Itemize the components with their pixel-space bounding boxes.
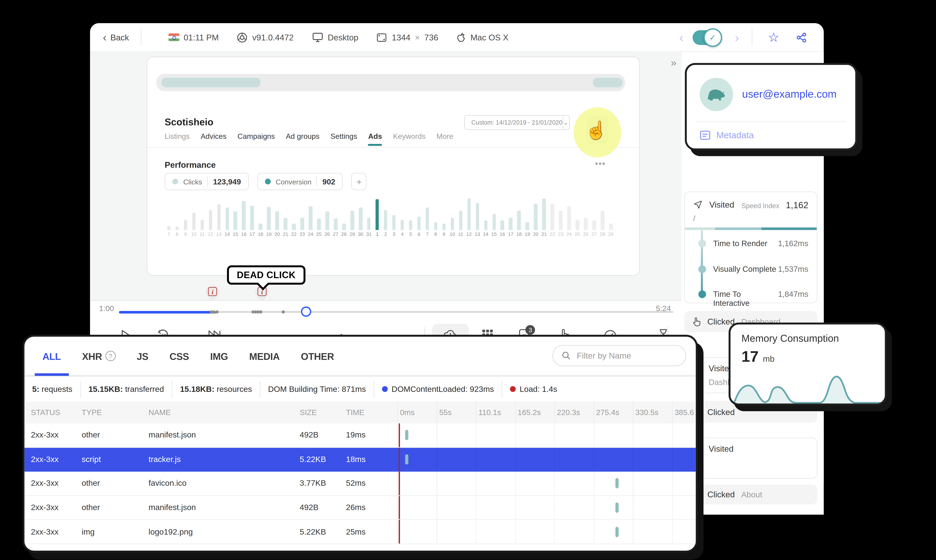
favorite-star-icon[interactable]: ☆ <box>768 31 780 44</box>
speed-index-label: Speed Index <box>742 202 780 209</box>
clicked-event-card[interactable]: ClickedAbout <box>684 485 817 504</box>
network-request-row[interactable]: 2xx-3xx other favicon.ico 3.77KB 52ms <box>25 472 696 496</box>
session-time: 01:11 PM <box>168 32 219 42</box>
site-tab-keywords[interactable]: Keywords <box>393 132 425 140</box>
more-options-icon[interactable]: ••• <box>595 158 606 168</box>
collapse-panel-icon[interactable]: » <box>671 57 677 69</box>
timeline-event-dot[interactable] <box>282 310 285 314</box>
share-icon[interactable] <box>796 32 807 43</box>
network-tab-all[interactable]: ALL <box>43 351 61 362</box>
site-tab-ad-groups[interactable]: Ad groups <box>286 132 319 140</box>
load-marker-line <box>399 448 400 471</box>
network-tab-js[interactable]: JS <box>137 351 148 362</box>
load-marker-line <box>399 496 400 519</box>
cell-status: 2xx-3xx <box>25 431 75 440</box>
metric-chip-clicks[interactable]: Clicks 123,949 <box>165 173 248 190</box>
speed-index-value: 1,162 <box>786 200 808 210</box>
waterfall-tick: 385.6 <box>674 408 694 417</box>
event-title: Clicked <box>708 490 735 499</box>
column-header-size[interactable]: SIZE <box>293 408 339 417</box>
chart-bar: 21 <box>540 190 548 237</box>
chart-bar: 13 <box>473 190 482 237</box>
site-tab-campaigns[interactable]: Campaigns <box>237 132 275 140</box>
visited-event-card[interactable]: Visited <box>684 437 817 478</box>
timeline-event-dot[interactable] <box>212 310 216 314</box>
cell-name: manifest.json <box>142 431 293 440</box>
network-request-row[interactable]: 2xx-3xx img logo192.png 5.22KB 25ms <box>25 520 696 544</box>
help-icon[interactable]: ? <box>105 351 116 361</box>
metric-row: Visually Complete1,537ms <box>713 265 808 274</box>
browser-version-label: v91.0.4472 <box>252 32 293 42</box>
network-tab-xhr[interactable]: XHR ? <box>82 351 116 362</box>
autoplay-toggle[interactable]: ✓ <box>692 30 721 45</box>
visited-path: / <box>693 214 695 223</box>
chart-bar: 9 <box>181 190 190 237</box>
metric-value: 1,162ms <box>778 239 808 248</box>
chart-bar: 11 <box>456 190 465 237</box>
add-metric-button[interactable]: + <box>352 173 367 190</box>
cell-type: other <box>75 431 142 440</box>
session-topbar: ‹ Back 01:11 PM v91.0.4472 Desktop 1344 … <box>90 23 824 52</box>
cell-status: 2xx-3xx <box>25 527 75 536</box>
site-tab-more[interactable]: More <box>436 132 453 140</box>
prev-session-button[interactable]: ‹ <box>679 31 683 43</box>
chart-bar: 26 <box>581 190 590 237</box>
timeline-event-dot[interactable] <box>216 310 219 314</box>
event-title: Clicked <box>708 317 735 326</box>
chart-bar: 20 <box>273 190 282 237</box>
timeline-progress <box>119 311 216 313</box>
network-tab-img[interactable]: IMG <box>210 351 228 362</box>
request-timing-bar <box>405 454 408 465</box>
user-email[interactable]: user@example.com <box>742 88 837 100</box>
metric-row: Time To Interactive1,847ms <box>713 290 808 308</box>
network-request-row[interactable]: 2xx-3xx other manifest.json 492B 19ms <box>25 423 696 448</box>
network-tab-other[interactable]: OTHER <box>301 351 334 362</box>
waterfall-tick: 110.1s <box>478 408 501 417</box>
column-header-type[interactable]: TYPE <box>75 408 142 417</box>
metric-label: Time to Render <box>713 239 768 248</box>
site-tab-listings[interactable]: Listings <box>165 132 190 140</box>
network-tab-css[interactable]: CSS <box>170 351 189 362</box>
network-stat: Load: 1.4s <box>502 381 565 397</box>
column-header-status[interactable]: STATUS <box>25 408 75 417</box>
site-tab-ads[interactable]: Ads <box>368 132 382 140</box>
cell-name: manifest.json <box>142 503 293 512</box>
series-color-dot <box>173 178 178 185</box>
next-session-button[interactable]: › <box>735 31 739 43</box>
request-timing-bar <box>615 478 618 489</box>
chart-bar: 27 <box>590 190 598 237</box>
back-label: Back <box>111 32 129 42</box>
site-tab-settings[interactable]: Settings <box>330 132 357 140</box>
site-title: Scotisheio <box>165 116 213 127</box>
network-panel: ALLXHR ?JSCSSIMGMEDIAOTHER Filter by Nam… <box>22 335 698 552</box>
chevron-left-icon: ‹ <box>103 32 106 43</box>
resolution-width: 1344 <box>392 32 410 42</box>
metric-chip-conversion[interactable]: Conversion 902 <box>257 173 343 190</box>
network-request-row[interactable]: 2xx-3xx script tracker.js 5.22KB 18ms <box>25 448 696 472</box>
timeline-playhead[interactable] <box>301 306 311 317</box>
cell-name: favicon.ico <box>142 479 293 488</box>
filter-input[interactable]: Filter by Name <box>552 345 686 366</box>
chart-bar: 17 <box>248 190 256 237</box>
visited-event-card[interactable]: Visited Speed Index 1,162 / Time to Rend… <box>684 192 817 303</box>
console-badge: 3 <box>526 325 535 335</box>
metadata-icon <box>700 130 711 140</box>
column-header-time[interactable]: TIME <box>339 408 398 417</box>
date-range-select[interactable]: Custom: 14/12/2019 - 21/01/2020 ⌄ <box>464 115 570 130</box>
network-tab-media[interactable]: MEDIA <box>249 351 280 362</box>
chart-bar: 21 <box>281 190 290 237</box>
column-header-name[interactable]: NAME <box>142 408 293 417</box>
divider <box>147 147 639 148</box>
waterfall-tick: 275.4s <box>596 408 619 417</box>
date-range-value: Custom: 14/12/2019 - 21/01/2020 <box>465 119 563 126</box>
network-request-row[interactable]: 2xx-3xx other manifest.json 492B 26ms <box>25 496 696 520</box>
cell-size: 5.22KB <box>293 455 339 464</box>
metadata-link[interactable]: Metadata <box>700 130 754 140</box>
back-button[interactable]: ‹ Back <box>103 32 129 43</box>
timeline-event-dot[interactable] <box>259 310 262 314</box>
cell-size: 492B <box>293 431 339 440</box>
waterfall-cell <box>398 423 696 447</box>
site-tab-advices[interactable]: Advices <box>200 132 227 140</box>
filter-placeholder: Filter by Name <box>577 351 631 361</box>
metric-value: 1,537ms <box>778 265 808 274</box>
